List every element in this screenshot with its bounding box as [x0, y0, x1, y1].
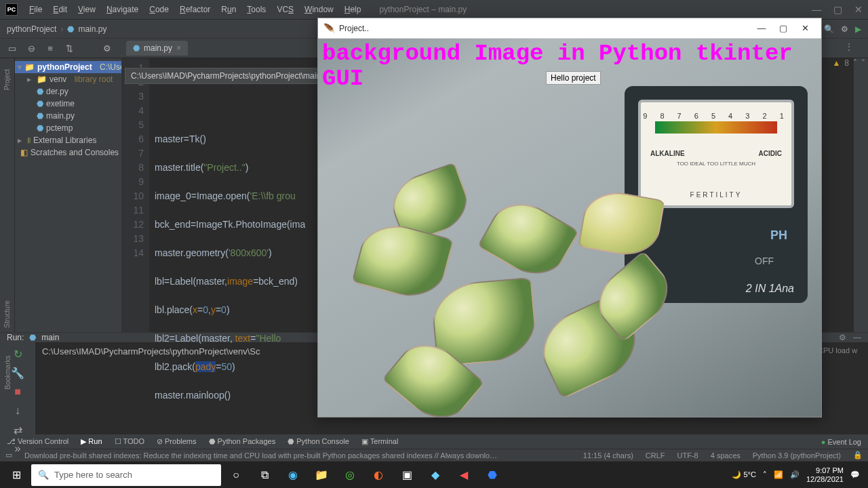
- chevron-up-icon[interactable]: ˄: [763, 470, 767, 479]
- clock-time[interactable]: 9:07 PM: [806, 466, 844, 474]
- python-icon[interactable]: ⬣: [479, 464, 506, 486]
- menu-file[interactable]: File: [24, 3, 47, 16]
- notifications-icon[interactable]: 💬: [850, 470, 860, 479]
- collapse-icon[interactable]: ⊖: [24, 41, 38, 55]
- soft-wrap-icon[interactable]: ⇄: [12, 424, 24, 436]
- expand-icon[interactable]: ≡: [43, 41, 57, 55]
- minimize-icon[interactable]: —: [812, 4, 821, 15]
- volume-icon[interactable]: 🔊: [790, 470, 800, 479]
- status-icon[interactable]: ▭: [5, 451, 12, 460]
- settings-icon[interactable]: ⚙: [841, 24, 848, 34]
- chevron-down-icon[interactable]: ˅: [861, 58, 865, 68]
- app-icon[interactable]: ◆: [422, 464, 449, 486]
- wifi-icon[interactable]: 📶: [774, 470, 783, 479]
- gear-icon[interactable]: ⚙: [100, 41, 114, 55]
- interpreter[interactable]: Python 3.9 (pythonProject): [753, 451, 841, 460]
- todo-tab[interactable]: ☐ TODO: [115, 437, 144, 446]
- run-icon[interactable]: ▶: [855, 24, 861, 34]
- python-file-icon: ⬣: [29, 333, 36, 342]
- menu-bar: File Edit View Navigate Code Refactor Ru…: [24, 3, 366, 16]
- hide-icon[interactable]: —: [853, 333, 861, 342]
- gear-icon[interactable]: ⚙: [839, 333, 846, 342]
- wrench-icon[interactable]: 🔧: [12, 367, 24, 379]
- app-icon[interactable]: ◐: [365, 464, 392, 486]
- more-icon[interactable]: ⋮: [845, 42, 853, 52]
- line-ending[interactable]: CRLF: [646, 451, 665, 460]
- ide-titlebar: PC File Edit View Navigate Code Refactor…: [0, 0, 868, 19]
- status-message: Download pre-built shared indexes: Reduc…: [24, 451, 499, 460]
- line-gutter: 123 456 789 101112 1314: [122, 58, 149, 332]
- menu-run[interactable]: Run: [216, 3, 241, 16]
- menu-refactor[interactable]: Refactor: [175, 3, 215, 16]
- path-tooltip: C:\Users\IMAD\PycharmProjects\pythonProj…: [125, 68, 338, 84]
- tkinter-window: 🪶 Project.. — ▢ ✕ 9 8 7 6 5 4 3 2 1 ALKA…: [317, 18, 822, 418]
- menu-view[interactable]: View: [73, 3, 100, 16]
- vc-tab[interactable]: ⎇ Version Control: [7, 437, 68, 446]
- search-icon: 🔍: [38, 470, 49, 480]
- tk-titlebar[interactable]: 🪶 Project.. — ▢ ✕: [318, 18, 821, 39]
- run-tab[interactable]: ▶ Run: [81, 437, 102, 446]
- rerun-icon[interactable]: ↻: [12, 348, 24, 360]
- pycharm-icon[interactable]: ▣: [393, 464, 420, 486]
- cortana-icon[interactable]: ○: [222, 464, 250, 486]
- breadcrumb-file[interactable]: main.py: [78, 24, 106, 34]
- tree-file[interactable]: ⬣pctemp: [15, 122, 121, 134]
- app-icon[interactable]: ◀: [450, 464, 477, 486]
- menu-navigate[interactable]: Navigate: [102, 3, 143, 16]
- event-log-tab[interactable]: ● Event Log: [821, 438, 861, 446]
- tree-file[interactable]: ⬣der.py: [15, 85, 121, 98]
- edge-icon[interactable]: ◉: [279, 464, 307, 486]
- menu-vcs[interactable]: VCS: [272, 3, 298, 16]
- maximize-icon[interactable]: ▢: [772, 23, 794, 33]
- encoding[interactable]: UTF-8: [677, 451, 698, 460]
- maximize-icon[interactable]: ▢: [833, 4, 842, 15]
- python-file-icon: ⬣: [67, 24, 74, 34]
- project-tool-button[interactable]: Project: [3, 69, 11, 90]
- tree-external[interactable]: ▸⫴External Libraries: [15, 134, 121, 146]
- terminal-tab[interactable]: ▣ Terminal: [361, 437, 398, 446]
- tree-file[interactable]: ⬣exetime: [15, 98, 121, 110]
- weather-icon[interactable]: 🌙 5°C: [732, 470, 756, 479]
- explorer-icon[interactable]: 📁: [308, 464, 335, 486]
- tree-venv[interactable]: ▸📁venv library root: [15, 73, 121, 85]
- menu-help[interactable]: Help: [340, 3, 366, 16]
- stop-icon[interactable]: ■: [12, 386, 24, 398]
- lock-icon[interactable]: 🔒: [853, 451, 863, 460]
- project-view-icon[interactable]: ▭: [5, 41, 19, 55]
- clock-date[interactable]: 12/28/2021: [806, 475, 844, 483]
- close-tab-icon[interactable]: ×: [176, 43, 181, 53]
- console-tab[interactable]: ⬣ Python Console: [288, 437, 349, 446]
- menu-window[interactable]: Window: [300, 3, 338, 16]
- task-view-icon[interactable]: ⧉: [251, 464, 278, 486]
- left-tool-strip: Project Structure Bookmarks: [0, 58, 15, 332]
- bookmarks-tool-button[interactable]: Bookmarks: [3, 355, 11, 389]
- structure-tool-button[interactable]: Structure: [3, 300, 11, 328]
- app-icon[interactable]: ◎: [336, 464, 363, 486]
- caret-pos[interactable]: 11:15 (4 chars): [583, 451, 633, 460]
- chevron-up-icon[interactable]: ˄: [853, 58, 857, 68]
- tree-file[interactable]: ⬣main.py: [15, 110, 121, 122]
- opts-icon[interactable]: ⇅: [62, 41, 76, 55]
- down-icon[interactable]: ↓: [12, 405, 24, 417]
- minimize-icon[interactable]: —: [751, 23, 772, 33]
- tree-root[interactable]: ▾📁pythonProject C:\User: [15, 61, 121, 73]
- breadcrumb-project[interactable]: pythonProject: [7, 24, 56, 34]
- menu-edit[interactable]: Edit: [48, 3, 72, 16]
- problems-tab[interactable]: ⊘ Problems: [157, 437, 197, 446]
- search-icon[interactable]: 🔍: [824, 24, 834, 34]
- start-button[interactable]: ⊞: [3, 464, 30, 486]
- taskbar-search[interactable]: 🔍 Type here to search: [31, 464, 221, 486]
- menu-tools[interactable]: Tools: [242, 3, 271, 16]
- python-file-icon: ⬣: [133, 43, 140, 53]
- menu-code[interactable]: Code: [144, 3, 174, 16]
- inspection-widget: ⋮ ▲8˄˅: [832, 42, 865, 68]
- warning-icon[interactable]: ▲: [832, 58, 840, 68]
- editor-tab[interactable]: ⬣ main.py ×: [126, 41, 188, 56]
- close-icon[interactable]: ✕: [794, 23, 816, 33]
- tk-body: 9 8 7 6 5 4 3 2 1 ALKALINEACIDIC TOO IDE…: [318, 39, 821, 417]
- tree-scratches[interactable]: ◧Scratches and Consoles: [15, 146, 121, 159]
- close-icon[interactable]: ✕: [854, 4, 863, 15]
- packages-tab[interactable]: ⬣ Python Packages: [209, 437, 276, 446]
- indent[interactable]: 4 spaces: [711, 451, 741, 460]
- code-body[interactable]: master=Tk() master.title("Project..") im…: [149, 58, 305, 332]
